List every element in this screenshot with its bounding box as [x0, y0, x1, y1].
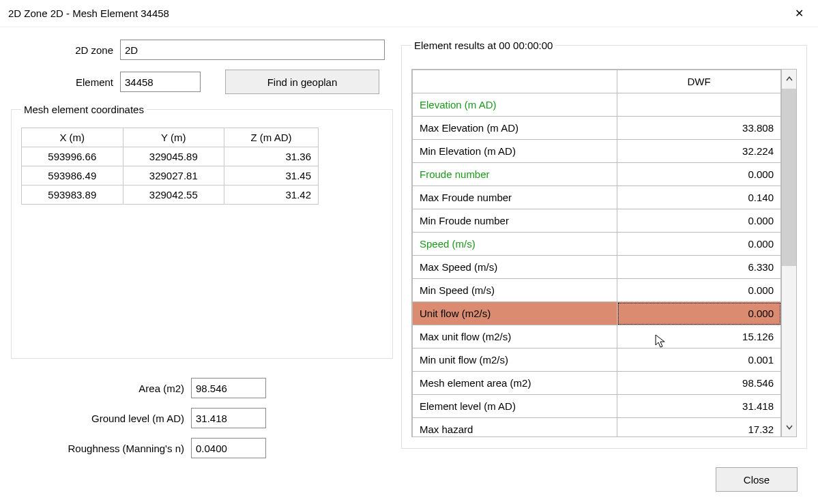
results-header-dwf: DWF — [617, 70, 781, 93]
result-value: 0.000 — [617, 302, 781, 325]
coord-header-y: Y (m) — [123, 128, 224, 147]
table-row[interactable]: 593983.89329042.5531.42 — [22, 186, 319, 205]
results-scrollbar[interactable] — [782, 69, 797, 437]
titlebar: 2D Zone 2D - Mesh Element 34458 ✕ — [0, 0, 818, 27]
table-row[interactable]: 593986.49329027.8131.45 — [22, 166, 319, 186]
table-row[interactable]: Max hazard17.32 — [413, 418, 781, 438]
close-button[interactable]: Close — [716, 467, 798, 492]
area-input[interactable] — [191, 378, 266, 398]
result-value: 6.330 — [617, 256, 781, 279]
result-label: Min Froude number — [413, 209, 617, 233]
table-row[interactable]: Unit flow (m2/s)0.000 — [413, 302, 781, 325]
coord-y: 329042.55 — [123, 186, 224, 205]
table-row[interactable]: Max Speed (m/s)6.330 — [413, 256, 781, 279]
coord-header-z: Z (m AD) — [224, 128, 319, 147]
table-row[interactable]: Element level (m AD)31.418 — [413, 395, 781, 418]
table-row[interactable]: Min Froude number0.000 — [413, 209, 781, 233]
element-results-legend: Element results at 00 00:00:00 — [411, 40, 555, 51]
scroll-down-icon[interactable] — [782, 417, 796, 436]
result-label: Min Elevation (m AD) — [413, 140, 617, 163]
window-title: 2D Zone 2D - Mesh Element 34458 — [8, 8, 788, 19]
zone-input[interactable] — [120, 40, 385, 60]
element-results-group: Element results at 00 00:00:00 DWF Eleva… — [401, 40, 807, 449]
element-label: Element — [11, 76, 120, 88]
ground-level-input[interactable] — [191, 408, 266, 428]
result-label: Speed (m/s) — [413, 233, 617, 256]
scroll-track[interactable] — [782, 89, 796, 417]
table-row[interactable]: Froude number0.000 — [413, 163, 781, 186]
result-value: 0.140 — [617, 186, 781, 209]
result-value — [617, 93, 781, 117]
coord-z: 31.36 — [224, 147, 319, 166]
result-value: 0.000 — [617, 279, 781, 302]
result-value: 98.546 — [617, 372, 781, 395]
close-icon[interactable]: ✕ — [788, 7, 810, 20]
find-in-geoplan-button[interactable]: Find in geoplan — [225, 70, 379, 94]
coord-x: 593983.89 — [22, 186, 123, 205]
result-label: Elevation (m AD) — [413, 93, 617, 117]
element-input[interactable] — [120, 72, 201, 92]
result-value: 32.224 — [617, 140, 781, 163]
result-label: Max Elevation (m AD) — [413, 117, 617, 140]
result-value: 0.000 — [617, 163, 781, 186]
table-row[interactable]: Max Froude number0.140 — [413, 186, 781, 209]
result-value: 17.32 — [617, 418, 781, 438]
coord-z: 31.42 — [224, 186, 319, 205]
table-row[interactable]: Mesh element area (m2)98.546 — [413, 372, 781, 395]
scroll-thumb[interactable] — [782, 89, 796, 266]
result-label: Min unit flow (m2/s) — [413, 349, 617, 372]
result-label: Max Froude number — [413, 186, 617, 209]
results-header-blank — [413, 70, 617, 93]
table-row[interactable]: Speed (m/s)0.000 — [413, 233, 781, 256]
result-label: Max hazard — [413, 418, 617, 438]
result-label: Froude number — [413, 163, 617, 186]
area-label: Area (m2) — [11, 383, 191, 394]
mesh-coordinates-group: Mesh element coordinates X (m) Y (m) Z (… — [11, 104, 393, 359]
roughness-label: Roughness (Manning's n) — [11, 443, 191, 454]
table-row[interactable]: Min Speed (m/s)0.000 — [413, 279, 781, 302]
coord-x: 593986.49 — [22, 166, 123, 186]
ground-level-label: Ground level (m AD) — [11, 413, 191, 424]
mesh-coordinates-legend: Mesh element coordinates — [21, 104, 147, 115]
roughness-input[interactable] — [191, 438, 266, 458]
result-label: Mesh element area (m2) — [413, 372, 617, 395]
result-label: Unit flow (m2/s) — [413, 302, 617, 325]
result-label: Max unit flow (m2/s) — [413, 325, 617, 349]
result-label: Element level (m AD) — [413, 395, 617, 418]
coord-y: 329045.89 — [123, 147, 224, 166]
table-row[interactable]: Min unit flow (m2/s)0.001 — [413, 349, 781, 372]
result-value: 33.808 — [617, 117, 781, 140]
coord-x: 593996.66 — [22, 147, 123, 166]
result-label: Min Speed (m/s) — [413, 279, 617, 302]
coord-y: 329027.81 — [123, 166, 224, 186]
result-label: Max Speed (m/s) — [413, 256, 617, 279]
table-row[interactable]: Max Elevation (m AD)33.808 — [413, 117, 781, 140]
coord-z: 31.45 — [224, 166, 319, 186]
table-row[interactable]: Max unit flow (m2/s)15.126 — [413, 325, 781, 349]
result-value: 0.000 — [617, 209, 781, 233]
table-row[interactable]: 593996.66329045.8931.36 — [22, 147, 319, 166]
result-value: 15.126 — [617, 325, 781, 349]
results-table[interactable]: DWF Elevation (m AD)Max Elevation (m AD)… — [412, 70, 781, 437]
scroll-up-icon[interactable] — [782, 70, 796, 89]
result-value: 0.001 — [617, 349, 781, 372]
zone-label: 2D zone — [11, 44, 120, 56]
table-row[interactable]: Min Elevation (m AD)32.224 — [413, 140, 781, 163]
coordinates-table[interactable]: X (m) Y (m) Z (m AD) 593996.66329045.893… — [21, 128, 319, 205]
result-value: 31.418 — [617, 395, 781, 418]
table-row[interactable]: Elevation (m AD) — [413, 93, 781, 117]
result-value: 0.000 — [617, 233, 781, 256]
coord-header-x: X (m) — [22, 128, 123, 147]
